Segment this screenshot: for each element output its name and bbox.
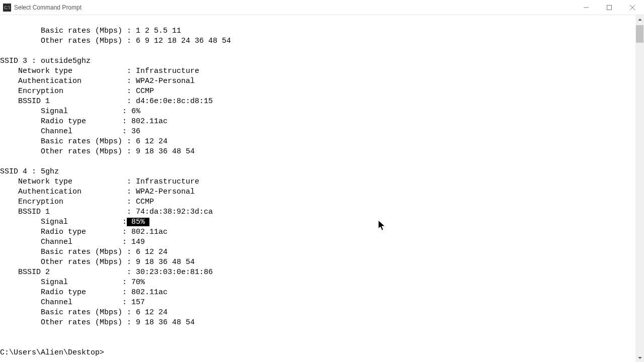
output-line: Encryption : CCMP <box>0 198 154 206</box>
output-line: Channel : 149 <box>0 238 145 246</box>
output-line: Radio type : 802.11ac <box>0 228 168 236</box>
output-line: Other rates (Mbps) : 9 18 36 48 54 <box>0 318 195 327</box>
maximize-button[interactable] <box>598 0 621 15</box>
output-line: Channel : 157 <box>0 298 145 307</box>
blank-line <box>0 338 5 347</box>
window-controls <box>575 0 644 15</box>
output-line: BSSID 1 : d4:6e:0e:8c:d8:15 <box>0 97 213 106</box>
scroll-down-button[interactable] <box>635 353 644 362</box>
output-line: BSSID 2 : 30:23:03:0e:81:86 <box>0 268 213 277</box>
ssid-header: SSID 3 : outside5ghz <box>0 57 91 65</box>
output-line: Channel : 36 <box>0 127 140 136</box>
output-line: Authentication : WPA2-Personal <box>0 188 195 196</box>
output-line: Signal : 6% <box>0 107 140 116</box>
ssid-header: SSID 4 : 5ghz <box>0 167 59 176</box>
scroll-thumb[interactable] <box>636 25 643 43</box>
output-line: Basic rates (Mbps) : 6 12 24 <box>0 308 168 317</box>
output-line: Signal : 85% <box>0 218 149 226</box>
blank-line <box>0 157 5 166</box>
minimize-button[interactable] <box>575 0 598 15</box>
output-line: Other rates (Mbps) : 9 18 36 48 54 <box>0 147 195 156</box>
window-title: Select Command Prompt <box>14 4 82 11</box>
output-line: Encryption : CCMP <box>0 87 154 96</box>
output-line: Basic rates (Mbps) : 6 12 24 <box>0 137 168 146</box>
blank-line <box>0 47 5 55</box>
svg-rect-1 <box>607 5 612 10</box>
output-line: Other rates (Mbps) : 6 9 12 18 24 36 48 … <box>0 37 231 45</box>
output-line: Radio type : 802.11ac <box>0 117 168 126</box>
vertical-scrollbar[interactable] <box>635 15 644 362</box>
scroll-up-button[interactable] <box>635 15 644 24</box>
output-line: Authentication : WPA2-Personal <box>0 77 195 85</box>
prompt-line[interactable]: C:\Users\Alien\Desktop> <box>0 348 104 357</box>
terminal-output[interactable]: Basic rates (Mbps) : 1 2 5.5 11 Other ra… <box>0 15 635 362</box>
output-line: Other rates (Mbps) : 9 18 36 48 54 <box>0 258 195 266</box>
cmd-icon: C:\ <box>3 4 11 12</box>
output-line: Network type : Infrastructure <box>0 67 199 75</box>
output-line: Basic rates (Mbps) : 6 12 24 <box>0 248 168 256</box>
output-line: Network type : Infrastructure <box>0 177 199 186</box>
selected-text: 85% <box>127 218 149 226</box>
blank-line <box>0 328 5 337</box>
window-titlebar: C:\ Select Command Prompt <box>0 0 644 15</box>
output-line: Signal : 70% <box>0 278 145 287</box>
output-line: Basic rates (Mbps) : 1 2 5.5 11 <box>0 27 181 35</box>
output-line: Radio type : 802.11ac <box>0 288 168 297</box>
output-line: BSSID 1 : 74:da:38:92:3d:ca <box>0 208 213 216</box>
close-button[interactable] <box>621 0 644 15</box>
